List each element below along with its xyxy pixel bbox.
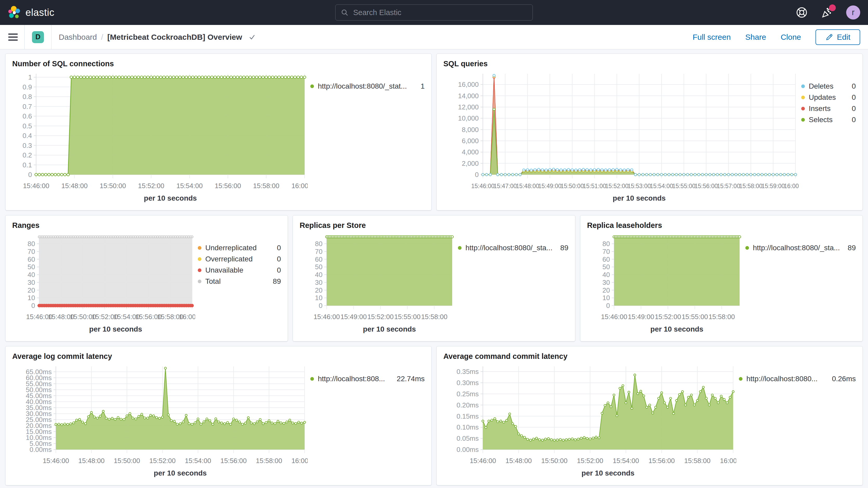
svg-text:0.1: 0.1: [23, 161, 32, 169]
legend-replicas-per-store: http://localhost:8080/_sta...89: [458, 242, 568, 253]
legend-label: Selects: [809, 116, 845, 124]
svg-text:0.7: 0.7: [23, 103, 32, 111]
svg-text:15:52:00: 15:52:00: [655, 313, 681, 321]
elastic-logo[interactable]: elastic: [8, 6, 54, 19]
chart-command-commit-latency[interactable]: 0.00ms0.05ms0.10ms0.15ms0.20ms0.25ms0.30…: [443, 362, 736, 479]
legend-item[interactable]: Overreplicated0: [198, 253, 281, 265]
svg-text:40: 40: [28, 271, 35, 279]
svg-text:15:52:00: 15:52:00: [138, 182, 164, 190]
svg-text:0.10ms: 0.10ms: [457, 423, 479, 431]
legend-ranges: Underreplicated0Overreplicated0Unavailab…: [198, 242, 281, 287]
panel-title: Average command commit latency: [443, 352, 856, 361]
svg-text:15:58:00: 15:58:00: [684, 457, 711, 465]
svg-text:per 10 seconds: per 10 seconds: [613, 194, 666, 202]
legend-item[interactable]: http://localhost:8080/_sta...89: [745, 242, 856, 253]
legend-item[interactable]: http://localhost:8080/_sta...89: [458, 242, 568, 253]
chart-log-commit-latency[interactable]: 0.00ms5.00ms10.00ms15.00ms20.00ms25.00ms…: [12, 362, 308, 479]
legend-label: Total: [205, 277, 267, 285]
legend-item[interactable]: Selects0: [801, 114, 856, 125]
legend-item[interactable]: Total89: [198, 276, 281, 287]
svg-text:70: 70: [602, 248, 610, 255]
edit-button[interactable]: Edit: [815, 29, 860, 45]
global-search[interactable]: [335, 4, 533, 21]
legend-color-dot: [310, 377, 314, 381]
chart-ranges[interactable]: 0102030405060708015:46:0015:48:0015:50:0…: [12, 231, 195, 335]
dashboard-app-badge[interactable]: D: [32, 31, 44, 43]
whats-new-button[interactable]: [821, 6, 834, 19]
search-input[interactable]: [353, 8, 527, 17]
svg-text:8,000: 8,000: [462, 126, 479, 133]
chart-sql-queries[interactable]: 02,0004,0006,0008,00010,00012,00014,0001…: [443, 70, 799, 204]
breadcrumb: Dashboard / [Metricbeat CockroachDB] Ove…: [59, 33, 256, 41]
breadcrumb-dashboard-link[interactable]: Dashboard: [59, 33, 97, 41]
svg-text:15:48:00: 15:48:00: [61, 182, 88, 190]
chart-svg: 0102030405060708015:46:0015:49:0015:52:0…: [300, 231, 455, 335]
svg-text:15:58:00: 15:58:00: [708, 313, 735, 321]
svg-text:15:54:00: 15:54:00: [177, 182, 203, 190]
legend-value: 0.26ms: [832, 375, 856, 383]
panel-body: 02,0004,0006,0008,00010,00012,00014,0001…: [443, 70, 856, 204]
svg-text:15:49:00: 15:49:00: [538, 183, 562, 189]
legend-color-dot: [739, 377, 742, 381]
svg-text:2,000: 2,000: [462, 159, 479, 167]
svg-text:60: 60: [28, 255, 35, 263]
svg-text:15:55:00: 15:55:00: [394, 313, 421, 321]
legend-value: 0: [277, 255, 281, 263]
svg-text:15:50:00: 15:50:00: [561, 183, 584, 189]
user-avatar[interactable]: r: [846, 5, 860, 20]
legend-label: Updates: [809, 93, 845, 101]
svg-text:per 10 seconds: per 10 seconds: [89, 325, 142, 333]
legend-item[interactable]: http://localhost:8080...0.26ms: [739, 373, 856, 384]
panel-title: Replicas per Store: [300, 221, 568, 230]
panel-body: 0102030405060708015:46:0015:49:0015:52:0…: [300, 231, 568, 335]
svg-text:per 10 seconds: per 10 seconds: [582, 469, 634, 477]
svg-text:16:00:00: 16:00:00: [291, 457, 308, 465]
legend-item[interactable]: http://localhost:8080/_stat...1: [310, 81, 425, 92]
dashboard-toolbar: D Dashboard / [Metricbeat CockroachDB] O…: [0, 25, 868, 49]
svg-text:80: 80: [28, 240, 35, 248]
svg-text:0.5: 0.5: [23, 122, 32, 130]
svg-text:60: 60: [602, 255, 610, 263]
panel-title: SQL queries: [443, 60, 856, 68]
legend-item[interactable]: Updates0: [801, 92, 856, 103]
chart-replica-leaseholders[interactable]: 0102030405060708015:46:0015:49:0015:52:0…: [587, 231, 743, 335]
chart-sql-connections[interactable]: 00.10.20.30.40.50.60.70.80.9115:46:0015:…: [12, 70, 308, 204]
edit-button-label: Edit: [837, 33, 850, 41]
legend-item[interactable]: Unavailable0: [198, 265, 281, 276]
legend-item[interactable]: Inserts0: [801, 103, 856, 114]
full-screen-button[interactable]: Full screen: [692, 33, 731, 41]
legend-color-dot: [801, 107, 805, 111]
navbar-icons: r: [795, 5, 860, 20]
svg-text:per 10 seconds: per 10 seconds: [650, 325, 704, 333]
help-button[interactable]: [795, 6, 808, 19]
svg-text:0.15ms: 0.15ms: [457, 413, 479, 420]
svg-text:50: 50: [315, 263, 322, 271]
title-check-icon[interactable]: [248, 33, 256, 41]
panel-ranges: Ranges 0102030405060708015:46:0015:48:00…: [5, 215, 288, 341]
menu-button[interactable]: [2, 25, 24, 49]
share-button[interactable]: Share: [745, 33, 766, 41]
page-title: [Metricbeat CockroachDB] Overview: [107, 33, 242, 41]
svg-text:70: 70: [28, 248, 35, 255]
svg-text:15:52:00: 15:52:00: [577, 457, 603, 465]
legend-color-dot: [801, 85, 805, 88]
panel-command-commit-latency: Average command commit latency 0.00ms0.0…: [436, 346, 863, 485]
svg-text:20: 20: [28, 286, 35, 294]
panel-replicas-per-store: Replicas per Store 0102030405060708015:4…: [292, 215, 576, 341]
toolbar-actions: Full screen Share Clone Edit: [692, 29, 868, 45]
legend-item[interactable]: http://localhost:808...22.74ms: [310, 373, 425, 384]
legend-color-dot: [801, 96, 805, 99]
legend-item[interactable]: Underreplicated0: [198, 242, 281, 253]
svg-text:15:48:00: 15:48:00: [78, 457, 104, 465]
svg-text:0: 0: [31, 302, 35, 309]
svg-text:16,000: 16,000: [458, 81, 479, 88]
svg-text:15:46:00: 15:46:00: [470, 457, 496, 465]
svg-text:15:54:00: 15:54:00: [613, 457, 639, 465]
svg-text:15:46:00: 15:46:00: [23, 182, 49, 190]
clone-button[interactable]: Clone: [781, 33, 801, 41]
legend-item[interactable]: Deletes0: [801, 81, 856, 92]
chart-replicas-per-store[interactable]: 0102030405060708015:46:0015:49:0015:52:0…: [300, 231, 455, 335]
chart-svg: 0.00ms5.00ms10.00ms15.00ms20.00ms25.00ms…: [12, 362, 308, 479]
svg-text:30: 30: [28, 279, 35, 286]
legend-color-dot: [198, 280, 202, 283]
